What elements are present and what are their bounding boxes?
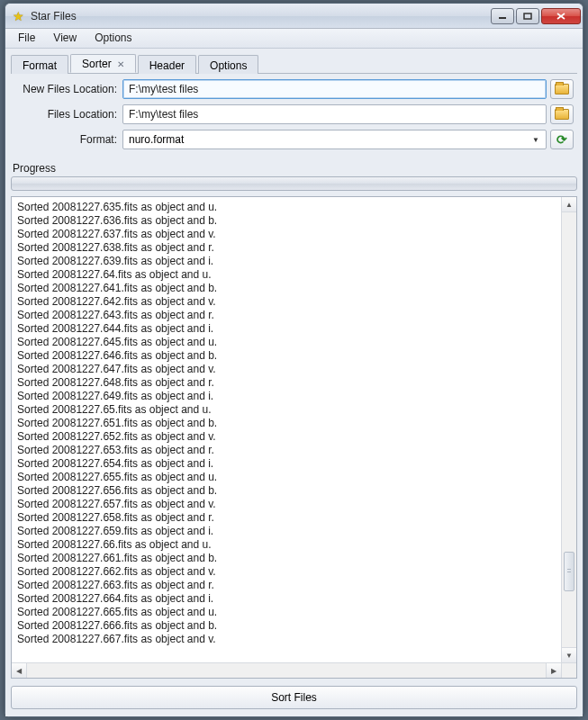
log-line: Sorted 20081227.636.fits as object and b…: [17, 214, 556, 228]
tab-format[interactable]: Format: [11, 55, 68, 74]
sort-files-label: Sort Files: [271, 691, 317, 704]
label-format: Format:: [14, 133, 122, 146]
sort-files-button[interactable]: Sort Files: [11, 686, 577, 709]
log-scroll: Sorted 20081227.635.fits as object and u…: [12, 197, 576, 662]
label-files-location: Files Location:: [14, 108, 122, 121]
log-line: Sorted 20081227.648.fits as object and r…: [17, 376, 556, 390]
client-area: Format Sorter ✕ Header Options New Files…: [5, 49, 583, 716]
input-new-files-location[interactable]: [122, 79, 547, 99]
menu-options[interactable]: Options: [86, 29, 140, 48]
form-area: New Files Location: Files Location: Form…: [11, 74, 577, 157]
maximize-icon: [523, 13, 532, 20]
log-line: Sorted 20081227.64.fits as object and u.: [17, 268, 556, 282]
vertical-scrollbar[interactable]: ▲ ▼: [561, 197, 576, 662]
log-line: Sorted 20081227.657.fits as object and v…: [17, 498, 556, 511]
combo-format-value: nuro.format: [129, 133, 529, 146]
log-line: Sorted 20081227.664.fits as object and i…: [17, 592, 556, 606]
log-line: Sorted 20081227.656.fits as object and b…: [17, 484, 556, 498]
row-new-files-location: New Files Location:: [14, 79, 574, 99]
log-line: Sorted 20081227.654.fits as object and i…: [17, 457, 556, 471]
log-line: Sorted 20081227.647.fits as object and v…: [17, 363, 556, 376]
row-format: Format: nuro.format ▼ ⟳: [14, 130, 574, 149]
log-line: Sorted 20081227.651.fits as object and b…: [17, 417, 556, 430]
progress-bar: [11, 176, 577, 191]
app-star-icon: ★: [11, 9, 25, 23]
log-line: Sorted 20081227.662.fits as object and v…: [17, 565, 556, 579]
scroll-thumb[interactable]: [564, 552, 574, 591]
log-line: Sorted 20081227.66.fits as object and u.: [17, 538, 556, 552]
scroll-down-icon[interactable]: ▼: [562, 647, 576, 662]
window-buttons: [489, 8, 581, 24]
row-files-location: Files Location:: [14, 104, 574, 124]
log-line: Sorted 20081227.645.fits as object and u…: [17, 336, 556, 349]
tab-options[interactable]: Options: [198, 55, 258, 74]
scroll-corner: [561, 663, 576, 678]
log-line: Sorted 20081227.638.fits as object and r…: [17, 241, 556, 255]
log-line: Sorted 20081227.665.fits as object and u…: [17, 606, 556, 619]
log-panel: Sorted 20081227.635.fits as object and u…: [11, 196, 577, 679]
tab-label: Sorter: [82, 58, 112, 70]
scroll-track[interactable]: [562, 212, 576, 647]
tab-close-icon[interactable]: ✕: [117, 59, 124, 69]
tab-sorter[interactable]: Sorter ✕: [70, 54, 136, 73]
refresh-icon: ⟳: [556, 132, 567, 147]
log-line: Sorted 20081227.667.fits as object and v…: [17, 633, 556, 646]
log-line: Sorted 20081227.659.fits as object and i…: [17, 525, 556, 538]
combo-format[interactable]: nuro.format ▼: [122, 130, 547, 149]
refresh-format-button[interactable]: ⟳: [550, 130, 574, 149]
log-line: Sorted 20081227.663.fits as object and r…: [17, 579, 556, 592]
minimize-button[interactable]: [491, 8, 514, 24]
tab-header[interactable]: Header: [138, 55, 196, 74]
tabstrip: Format Sorter ✕ Header Options: [11, 54, 577, 74]
log-line: Sorted 20081227.635.fits as object and u…: [17, 201, 556, 214]
log-line: Sorted 20081227.643.fits as object and r…: [17, 309, 556, 322]
scroll-up-icon[interactable]: ▲: [562, 197, 576, 212]
log-line: Sorted 20081227.649.fits as object and i…: [17, 390, 556, 403]
svg-rect-0: [499, 17, 506, 19]
label-new-files-location: New Files Location:: [14, 83, 122, 95]
browse-files-button[interactable]: [550, 104, 574, 124]
log-line: Sorted 20081227.637.fits as object and v…: [17, 228, 556, 241]
input-files-location[interactable]: [122, 104, 547, 124]
close-icon: [556, 12, 566, 21]
log-line: Sorted 20081227.639.fits as object and i…: [17, 255, 556, 268]
menu-view[interactable]: View: [44, 29, 86, 48]
tab-label: Format: [23, 59, 57, 72]
log-line: Sorted 20081227.658.fits as object and r…: [17, 511, 556, 525]
log-line: Sorted 20081227.661.fits as object and b…: [17, 552, 556, 565]
horizontal-scrollbar[interactable]: ◀ ▶: [12, 662, 576, 678]
app-window: ★ Star Files File View Options Format So…: [5, 3, 583, 717]
menubar: File View Options: [5, 29, 583, 49]
progress-label: Progress: [13, 162, 577, 175]
log-line: Sorted 20081227.65.fits as object and u.: [17, 403, 556, 417]
folder-icon: [555, 109, 569, 120]
svg-rect-1: [524, 14, 531, 19]
folder-icon: [555, 84, 569, 94]
window-title: Star Files: [31, 10, 489, 22]
log-line: Sorted 20081227.644.fits as object and i…: [17, 322, 556, 336]
menu-file[interactable]: File: [9, 29, 44, 48]
log-lines[interactable]: Sorted 20081227.635.fits as object and u…: [12, 197, 561, 662]
maximize-button[interactable]: [516, 8, 539, 24]
close-button[interactable]: [541, 8, 581, 24]
tab-label: Header: [149, 59, 185, 72]
log-line: Sorted 20081227.653.fits as object and r…: [17, 444, 556, 457]
chevron-down-icon[interactable]: ▼: [529, 136, 542, 144]
browse-new-files-button[interactable]: [550, 79, 574, 99]
log-line: Sorted 20081227.641.fits as object and b…: [17, 282, 556, 295]
minimize-icon: [498, 13, 507, 20]
log-line: Sorted 20081227.666.fits as object and b…: [17, 619, 556, 633]
log-line: Sorted 20081227.655.fits as object and u…: [17, 471, 556, 484]
tab-label: Options: [210, 59, 247, 72]
log-line: Sorted 20081227.642.fits as object and v…: [17, 295, 556, 309]
scroll-right-icon[interactable]: ▶: [546, 663, 561, 678]
titlebar[interactable]: ★ Star Files: [5, 4, 583, 29]
log-line: Sorted 20081227.652.fits as object and v…: [17, 430, 556, 444]
log-line: Sorted 20081227.646.fits as object and b…: [17, 349, 556, 363]
scroll-left-icon[interactable]: ◀: [12, 663, 27, 678]
